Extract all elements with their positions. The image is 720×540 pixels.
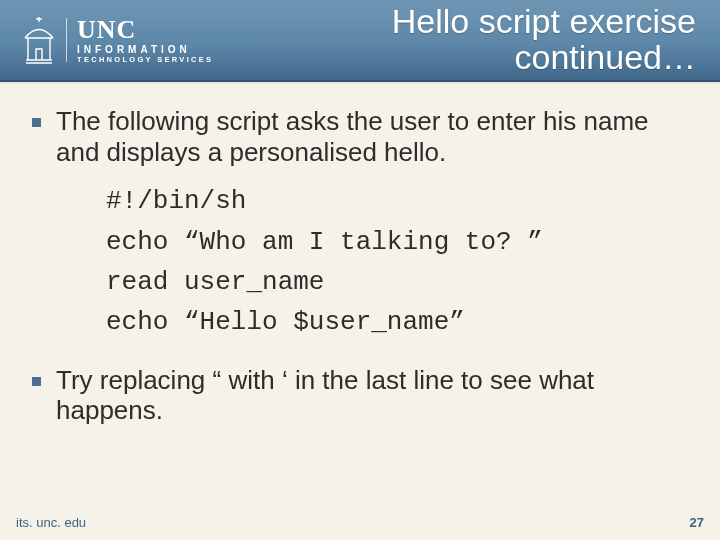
slide-footer: its. unc. edu 27 — [16, 515, 704, 530]
logo-unc: UNC — [77, 17, 213, 43]
code-line: read user_name — [106, 262, 690, 302]
code-line: echo “Hello $user_name” — [106, 302, 690, 342]
code-line: echo “Who am I talking to? ” — [106, 222, 690, 262]
page-number: 27 — [690, 515, 704, 530]
bullet-list: The following script asks the user to en… — [30, 106, 690, 426]
logo-sub1: INFORMATION — [77, 45, 213, 55]
slide-header: UNC INFORMATION TECHNOLOGY SERVICES Hell… — [0, 0, 720, 82]
title-line-1: Hello script exercise — [392, 2, 696, 40]
slide-title: Hello script exercise continued… — [233, 4, 696, 75]
bullet-item: Try replacing “ with ‘ in the last line … — [30, 365, 690, 426]
unc-logo-block: UNC INFORMATION TECHNOLOGY SERVICES — [22, 15, 213, 65]
title-wrap: Hello script exercise continued… — [213, 4, 700, 75]
title-line-2: continued… — [515, 38, 696, 76]
logo-divider — [66, 18, 67, 62]
code-block: #!/bin/sh echo “Who am I talking to? ” r… — [106, 181, 690, 342]
old-well-icon — [22, 15, 56, 65]
footer-url: its. unc. edu — [16, 515, 86, 530]
bullet-text: The following script asks the user to en… — [56, 106, 649, 167]
bullet-item: The following script asks the user to en… — [30, 106, 690, 343]
slide: UNC INFORMATION TECHNOLOGY SERVICES Hell… — [0, 0, 720, 540]
logo-sub2: TECHNOLOGY SERVICES — [77, 56, 213, 64]
slide-body: The following script asks the user to en… — [30, 106, 690, 490]
bullet-text: Try replacing “ with ‘ in the last line … — [56, 365, 594, 426]
logo-text: UNC INFORMATION TECHNOLOGY SERVICES — [77, 17, 213, 64]
code-line: #!/bin/sh — [106, 181, 690, 221]
